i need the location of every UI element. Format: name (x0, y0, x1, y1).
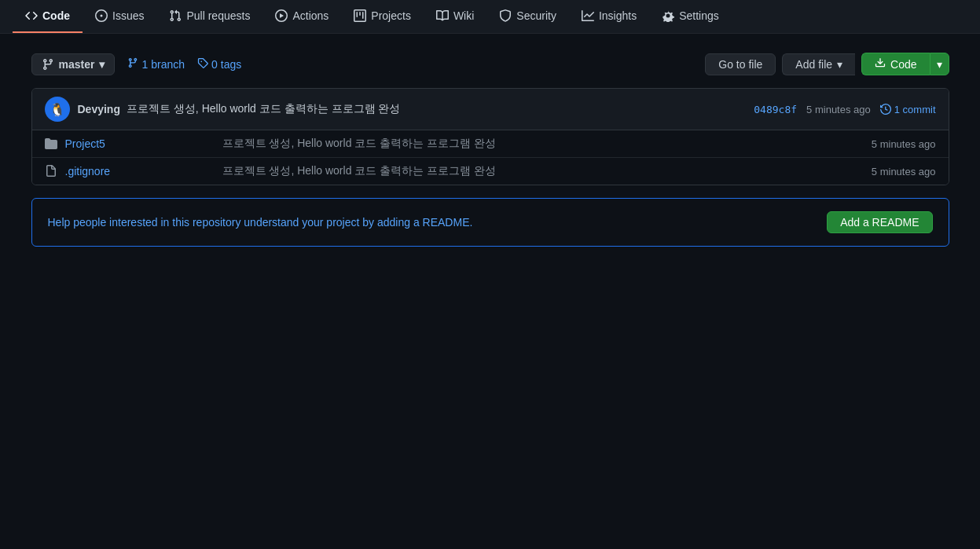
wiki-icon (436, 9, 449, 22)
branches-link[interactable]: 1 branch (127, 57, 185, 71)
branch-icon (42, 58, 54, 71)
commit-header: 🐧 Devying 프로젝트 생성, Hello world 코드 출력하는 프… (32, 89, 949, 130)
code-icon (25, 9, 38, 22)
branches-label: branch (151, 58, 185, 71)
nav-label-actions: Actions (292, 9, 329, 22)
add-readme-button[interactable]: Add a README (827, 211, 932, 233)
file-commit-message: 프로젝트 생성, Hello world 코드 출력하는 프로그램 완성 (222, 164, 859, 178)
nav-item-insights[interactable]: Insights (569, 0, 649, 33)
code-button-group: Code ▾ (861, 53, 949, 75)
readme-banner: Help people interested in this repositor… (31, 198, 949, 247)
nav-label-insights: Insights (599, 9, 637, 22)
nav-label-settings: Settings (679, 9, 719, 22)
commit-message: 프로젝트 생성, Hello world 코드 출력하는 프로그램 완성 (127, 102, 400, 116)
branch-count-icon (127, 57, 138, 71)
tags-count: 0 (211, 58, 218, 71)
nav-item-pull-requests[interactable]: Pull requests (156, 0, 262, 33)
nav-item-actions[interactable]: Actions (262, 0, 341, 33)
go-to-file-button[interactable]: Go to file (705, 53, 776, 75)
commit-info: Devying 프로젝트 생성, Hello world 코드 출력하는 프로그… (78, 102, 747, 116)
file-time: 5 minutes ago (872, 138, 936, 150)
nav-label-issues: Issues (112, 9, 144, 22)
nav-label-wiki: Wiki (453, 9, 474, 22)
meta-links: 1 branch 0 tags (127, 57, 241, 71)
shield-icon (499, 9, 512, 22)
add-file-chevron-icon: ▾ (837, 58, 842, 71)
readme-text: Help people interested in this repositor… (48, 216, 473, 229)
nav-item-projects[interactable]: Projects (341, 0, 424, 33)
code-dropdown-button[interactable]: ▾ (930, 53, 949, 75)
commit-author[interactable]: Devying (78, 103, 120, 115)
file-browser: 🐧 Devying 프로젝트 생성, Hello world 코드 출력하는 프… (31, 88, 949, 185)
tags-link[interactable]: 0 tags (197, 57, 241, 71)
nav-label-pull-requests: Pull requests (186, 9, 250, 22)
actions-icon (275, 9, 288, 22)
avatar[interactable]: 🐧 (45, 97, 70, 122)
nav-item-settings[interactable]: Settings (649, 0, 732, 33)
commit-count-label: 1 commit (894, 104, 936, 115)
tag-icon (197, 57, 208, 71)
add-file-group: Add file ▾ (782, 53, 855, 75)
add-file-button[interactable]: Add file ▾ (782, 53, 855, 75)
file-name[interactable]: Project5 (65, 137, 222, 150)
nav-label-code: Code (42, 9, 70, 22)
tags-label: tags (221, 58, 241, 71)
toolbar: master ▾ 1 branch 0 tags Go t (31, 53, 949, 75)
branch-name: master (59, 58, 95, 71)
branch-selector[interactable]: master ▾ (31, 53, 116, 75)
settings-icon (662, 9, 674, 22)
code-dropdown-chevron-icon: ▾ (937, 58, 942, 71)
issues-icon (95, 9, 108, 22)
nav-item-code[interactable]: Code (13, 0, 83, 33)
file-time: 5 minutes ago (872, 166, 936, 178)
file-name[interactable]: .gitignore (65, 165, 222, 178)
file-commit-message: 프로젝트 생성, Hello world 코드 출력하는 프로그램 완성 (222, 137, 859, 151)
toolbar-right: Go to file Add file ▾ Code ▾ (705, 53, 949, 75)
top-nav: Code Issues Pull requests Actions Projec… (0, 0, 980, 34)
nav-item-wiki[interactable]: Wiki (424, 0, 486, 33)
commit-count-link[interactable]: 1 commit (880, 104, 936, 115)
nav-item-security[interactable]: Security (486, 0, 569, 33)
pull-request-icon (169, 9, 182, 22)
nav-item-issues[interactable]: Issues (83, 0, 156, 33)
folder-icon (45, 137, 57, 150)
file-icon (45, 165, 57, 178)
go-to-file-label: Go to file (718, 58, 762, 71)
chevron-down-icon: ▾ (99, 58, 105, 71)
nav-label-security: Security (516, 9, 556, 22)
download-icon (875, 57, 886, 71)
commit-time: 5 minutes ago (806, 104, 871, 115)
add-file-label: Add file (795, 58, 832, 71)
table-row: .gitignore 프로젝트 생성, Hello world 코드 출력하는 … (32, 158, 949, 185)
commit-meta: 0489c8f 5 minutes ago 1 commit (754, 104, 935, 115)
code-label: Code (890, 58, 916, 71)
table-row: Project5 프로젝트 생성, Hello world 코드 출력하는 프로… (32, 130, 949, 158)
insights-icon (582, 9, 594, 22)
nav-label-projects: Projects (371, 9, 411, 22)
projects-icon (354, 9, 366, 22)
commit-hash[interactable]: 0489c8f (754, 104, 797, 115)
branches-count: 1 (141, 58, 148, 71)
main-content: master ▾ 1 branch 0 tags Go t (19, 34, 962, 265)
file-rows-container: Project5 프로젝트 생성, Hello world 코드 출력하는 프로… (32, 130, 949, 185)
code-button[interactable]: Code (861, 53, 929, 75)
